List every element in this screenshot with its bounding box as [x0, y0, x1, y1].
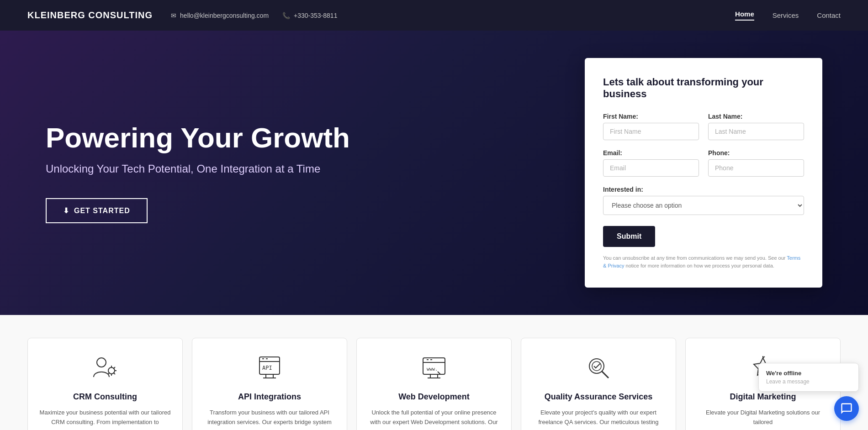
get-started-button[interactable]: ⬇ GET STARTED — [46, 198, 148, 223]
qa-title: Quality Assurance Services — [545, 392, 652, 402]
chat-box: We're offline Leave a message — [758, 363, 859, 392]
phone-icon: 📞 — [282, 12, 290, 19]
api-icon: API — [254, 352, 286, 384]
web-icon: www. — [418, 352, 450, 384]
hero-title: Powering Your Growth — [46, 122, 557, 153]
interested-label: Interested in: — [603, 186, 804, 193]
first-name-group: First Name: — [603, 113, 699, 140]
hero-subtitle: Unlocking Your Tech Potential, One Integ… — [46, 163, 557, 175]
svg-line-5 — [113, 372, 115, 374]
service-card-crm: CRM Consulting Maximize your business po… — [27, 338, 183, 430]
services-section: CRM Consulting Maximize your business po… — [0, 315, 868, 430]
email-icon: ✉ — [171, 12, 176, 19]
chat-icon — [840, 402, 853, 415]
email-contact: ✉ hello@kleinbergconsulting.com — [171, 12, 269, 19]
chat-status: We're offline — [766, 370, 851, 377]
api-title: API Integrations — [238, 392, 301, 402]
svg-point-27 — [592, 362, 601, 371]
email-label: Email: — [603, 149, 699, 157]
email-group: Email: — [603, 149, 699, 177]
hero-left: Powering Your Growth Unlocking Your Tech… — [46, 122, 585, 223]
nav-home[interactable]: Home — [735, 10, 754, 21]
chat-widget: We're offline Leave a message — [758, 363, 859, 421]
crm-icon — [89, 352, 121, 384]
service-card-api: API API Integrations Transform your busi… — [192, 338, 347, 430]
svg-line-3 — [113, 367, 115, 369]
api-desc: Transform your business with our tailore… — [203, 408, 336, 427]
chat-button[interactable] — [834, 396, 859, 421]
first-name-input[interactable] — [603, 123, 699, 140]
svg-line-7 — [108, 372, 110, 374]
svg-line-26 — [602, 371, 609, 378]
crm-desc: Maximize your business potential with ou… — [39, 408, 171, 427]
qa-desc: Elevate your project's quality with our … — [532, 408, 665, 427]
navbar-contact: ✉ hello@kleinbergconsulting.com 📞 +330-3… — [171, 12, 735, 19]
chat-message-placeholder: Leave a message — [766, 378, 851, 385]
form-contact-row: Email: Phone: — [603, 149, 804, 177]
contact-form-card: Lets talk about transforming your busine… — [585, 58, 822, 288]
service-card-web: www. Web Development Unlock the full pot… — [356, 338, 512, 430]
interested-select[interactable]: Please choose an option CRM Consulting A… — [603, 196, 804, 215]
nav-services[interactable]: Services — [773, 11, 799, 19]
web-desc: Unlock the full potential of your online… — [368, 408, 500, 427]
get-started-label: GET STARTED — [74, 207, 130, 215]
disclaimer-text: You can unsubscribe at any time from com… — [603, 255, 787, 261]
navbar-links: Home Services Contact — [735, 10, 841, 21]
last-name-input[interactable] — [708, 123, 804, 140]
get-started-icon: ⬇ — [63, 206, 69, 215]
brand-logo: KLEINBERG CONSULTING — [27, 10, 153, 21]
phone-contact: 📞 +330-353-8811 — [282, 12, 337, 19]
crm-title: CRM Consulting — [73, 392, 137, 402]
phone-text: +330-353-8811 — [294, 12, 337, 19]
svg-rect-16 — [423, 358, 445, 374]
last-name-group: Last Name: — [708, 113, 804, 140]
email-text: hello@kleinbergconsulting.com — [180, 12, 269, 19]
phone-label: Phone: — [708, 149, 804, 157]
svg-text:API: API — [262, 365, 272, 371]
svg-text:www.: www. — [427, 367, 438, 372]
web-title: Web Development — [398, 392, 470, 402]
phone-input[interactable] — [708, 159, 804, 177]
first-name-label: First Name: — [603, 113, 699, 120]
form-name-row: First Name: Last Name: — [603, 113, 804, 140]
svg-point-0 — [97, 358, 106, 367]
form-disclaimer: You can unsubscribe at any time from com… — [603, 254, 804, 269]
interested-group: Interested in: Please choose an option C… — [603, 186, 804, 215]
nav-contact[interactable]: Contact — [817, 11, 841, 19]
qa-icon — [582, 352, 614, 384]
submit-button[interactable]: Submit — [603, 226, 655, 247]
phone-group: Phone: — [708, 149, 804, 177]
hero-section: Powering Your Growth Unlocking Your Tech… — [0, 31, 868, 315]
navbar: KLEINBERG CONSULTING ✉ hello@kleinbergco… — [0, 0, 868, 31]
form-title: Lets talk about transforming your busine… — [603, 76, 804, 100]
service-card-qa: Quality Assurance Services Elevate your … — [521, 338, 676, 430]
email-input[interactable] — [603, 159, 699, 177]
disclaimer-end: notice for more information on how we pr… — [624, 263, 774, 268]
last-name-label: Last Name: — [708, 113, 804, 120]
